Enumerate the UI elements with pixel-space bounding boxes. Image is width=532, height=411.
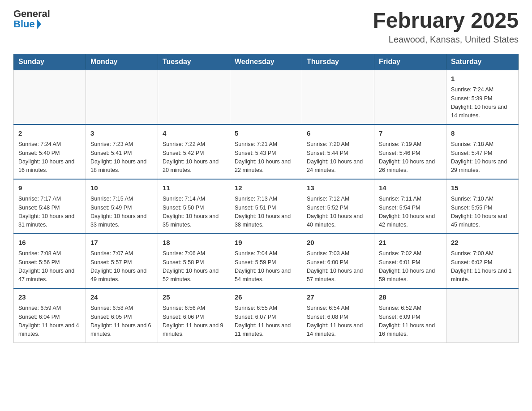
weekday-header-wednesday: Wednesday bbox=[230, 54, 302, 70]
weekday-header-thursday: Thursday bbox=[302, 54, 374, 70]
weekday-header-saturday: Saturday bbox=[446, 54, 519, 70]
day-info: Sunrise: 7:17 AMSunset: 5:48 PMDaylight:… bbox=[18, 195, 81, 230]
weekday-header-sunday: Sunday bbox=[14, 54, 86, 70]
day-info: Sunrise: 7:00 AMSunset: 6:02 PMDaylight:… bbox=[451, 249, 514, 284]
calendar-cell: 13Sunrise: 7:12 AMSunset: 5:52 PMDayligh… bbox=[302, 179, 374, 234]
day-info: Sunrise: 7:14 AMSunset: 5:50 PMDaylight:… bbox=[163, 195, 225, 230]
calendar-week-3: 16Sunrise: 7:08 AMSunset: 5:56 PMDayligh… bbox=[14, 234, 519, 288]
calendar-cell: 28Sunrise: 6:52 AMSunset: 6:09 PMDayligh… bbox=[374, 288, 446, 343]
day-number: 27 bbox=[307, 292, 369, 303]
calendar-cell: 24Sunrise: 6:58 AMSunset: 6:05 PMDayligh… bbox=[86, 288, 158, 343]
calendar-cell: 5Sunrise: 7:21 AMSunset: 5:43 PMDaylight… bbox=[230, 124, 302, 179]
day-info: Sunrise: 7:06 AMSunset: 5:58 PMDaylight:… bbox=[163, 249, 225, 284]
day-info: Sunrise: 7:08 AMSunset: 5:56 PMDaylight:… bbox=[18, 249, 81, 284]
calendar-table: SundayMondayTuesdayWednesdayThursdayFrid… bbox=[13, 54, 519, 343]
day-info: Sunrise: 7:13 AMSunset: 5:51 PMDaylight:… bbox=[235, 195, 297, 230]
day-info: Sunrise: 6:54 AMSunset: 6:08 PMDaylight:… bbox=[307, 304, 369, 339]
logo-triangle-icon bbox=[37, 19, 41, 30]
calendar-cell: 4Sunrise: 7:22 AMSunset: 5:42 PMDaylight… bbox=[158, 124, 230, 179]
day-number: 16 bbox=[18, 238, 81, 248]
day-number: 23 bbox=[18, 292, 81, 303]
day-info: Sunrise: 7:24 AMSunset: 5:40 PMDaylight:… bbox=[18, 140, 81, 175]
day-number: 4 bbox=[163, 128, 225, 139]
calendar-week-1: 2Sunrise: 7:24 AMSunset: 5:40 PMDaylight… bbox=[14, 124, 519, 179]
calendar-cell bbox=[86, 70, 158, 124]
page-header: General Blue February 2025 Leawood, Kans… bbox=[13, 9, 519, 45]
day-number: 11 bbox=[163, 183, 225, 193]
calendar-cell: 15Sunrise: 7:10 AMSunset: 5:55 PMDayligh… bbox=[446, 179, 519, 234]
location-label: Leawood, Kansas, United States bbox=[373, 34, 519, 45]
calendar-cell: 9Sunrise: 7:17 AMSunset: 5:48 PMDaylight… bbox=[14, 179, 86, 234]
calendar-cell: 22Sunrise: 7:00 AMSunset: 6:02 PMDayligh… bbox=[446, 234, 519, 288]
day-number: 2 bbox=[18, 128, 81, 139]
logo-general-text: General bbox=[13, 9, 50, 19]
day-number: 24 bbox=[90, 292, 153, 303]
calendar-cell: 25Sunrise: 6:56 AMSunset: 6:06 PMDayligh… bbox=[158, 288, 230, 343]
day-info: Sunrise: 7:04 AMSunset: 5:59 PMDaylight:… bbox=[235, 249, 297, 284]
day-info: Sunrise: 7:19 AMSunset: 5:46 PMDaylight:… bbox=[379, 140, 442, 175]
calendar-cell: 1Sunrise: 7:24 AMSunset: 5:39 PMDaylight… bbox=[446, 70, 519, 124]
day-number: 5 bbox=[235, 128, 297, 139]
day-info: Sunrise: 6:55 AMSunset: 6:07 PMDaylight:… bbox=[235, 304, 297, 339]
day-info: Sunrise: 7:11 AMSunset: 5:54 PMDaylight:… bbox=[379, 195, 442, 230]
calendar-cell: 27Sunrise: 6:54 AMSunset: 6:08 PMDayligh… bbox=[302, 288, 374, 343]
calendar-cell: 3Sunrise: 7:23 AMSunset: 5:41 PMDaylight… bbox=[86, 124, 158, 179]
logo: General Blue bbox=[13, 9, 50, 30]
calendar-cell bbox=[374, 70, 446, 124]
day-info: Sunrise: 7:20 AMSunset: 5:44 PMDaylight:… bbox=[307, 140, 369, 175]
day-number: 18 bbox=[163, 238, 225, 248]
calendar-cell: 19Sunrise: 7:04 AMSunset: 5:59 PMDayligh… bbox=[230, 234, 302, 288]
day-number: 20 bbox=[307, 238, 369, 248]
day-number: 13 bbox=[307, 183, 369, 193]
day-number: 1 bbox=[451, 74, 514, 84]
calendar-cell: 11Sunrise: 7:14 AMSunset: 5:50 PMDayligh… bbox=[158, 179, 230, 234]
day-number: 17 bbox=[90, 238, 153, 248]
day-info: Sunrise: 7:12 AMSunset: 5:52 PMDaylight:… bbox=[307, 195, 369, 230]
calendar-cell: 21Sunrise: 7:02 AMSunset: 6:01 PMDayligh… bbox=[374, 234, 446, 288]
day-info: Sunrise: 7:07 AMSunset: 5:57 PMDaylight:… bbox=[90, 249, 153, 284]
day-number: 10 bbox=[90, 183, 153, 193]
day-info: Sunrise: 7:15 AMSunset: 5:49 PMDaylight:… bbox=[90, 195, 153, 230]
calendar-header: SundayMondayTuesdayWednesdayThursdayFrid… bbox=[14, 54, 519, 70]
day-number: 9 bbox=[18, 183, 81, 193]
day-number: 7 bbox=[379, 128, 442, 139]
day-info: Sunrise: 7:21 AMSunset: 5:43 PMDaylight:… bbox=[235, 140, 297, 175]
day-number: 8 bbox=[451, 128, 514, 139]
day-info: Sunrise: 6:56 AMSunset: 6:06 PMDaylight:… bbox=[163, 304, 225, 339]
calendar-week-4: 23Sunrise: 6:59 AMSunset: 6:04 PMDayligh… bbox=[14, 288, 519, 343]
calendar-cell: 17Sunrise: 7:07 AMSunset: 5:57 PMDayligh… bbox=[86, 234, 158, 288]
day-info: Sunrise: 6:58 AMSunset: 6:05 PMDaylight:… bbox=[90, 304, 153, 339]
calendar-cell: 18Sunrise: 7:06 AMSunset: 5:58 PMDayligh… bbox=[158, 234, 230, 288]
day-number: 12 bbox=[235, 183, 297, 193]
title-block: February 2025 Leawood, Kansas, United St… bbox=[373, 9, 519, 45]
calendar-week-0: 1Sunrise: 7:24 AMSunset: 5:39 PMDaylight… bbox=[14, 70, 519, 124]
day-info: Sunrise: 7:23 AMSunset: 5:41 PMDaylight:… bbox=[90, 140, 153, 175]
weekday-header-monday: Monday bbox=[86, 54, 158, 70]
calendar-cell bbox=[230, 70, 302, 124]
day-number: 21 bbox=[379, 238, 442, 248]
day-info: Sunrise: 6:59 AMSunset: 6:04 PMDaylight:… bbox=[18, 304, 81, 339]
calendar-cell: 12Sunrise: 7:13 AMSunset: 5:51 PMDayligh… bbox=[230, 179, 302, 234]
month-title: February 2025 bbox=[373, 9, 519, 33]
calendar-cell bbox=[446, 288, 519, 343]
day-number: 26 bbox=[235, 292, 297, 303]
logo-blue-text: Blue bbox=[13, 19, 41, 30]
day-number: 15 bbox=[451, 183, 514, 193]
day-info: Sunrise: 7:22 AMSunset: 5:42 PMDaylight:… bbox=[163, 140, 225, 175]
day-number: 19 bbox=[235, 238, 297, 248]
calendar-cell bbox=[158, 70, 230, 124]
calendar-cell: 8Sunrise: 7:18 AMSunset: 5:47 PMDaylight… bbox=[446, 124, 519, 179]
calendar-cell bbox=[302, 70, 374, 124]
day-info: Sunrise: 7:18 AMSunset: 5:47 PMDaylight:… bbox=[451, 140, 514, 175]
calendar-cell: 7Sunrise: 7:19 AMSunset: 5:46 PMDaylight… bbox=[374, 124, 446, 179]
calendar-cell: 2Sunrise: 7:24 AMSunset: 5:40 PMDaylight… bbox=[14, 124, 86, 179]
logo-blue-row: Blue bbox=[13, 19, 41, 30]
day-number: 25 bbox=[163, 292, 225, 303]
day-number: 6 bbox=[307, 128, 369, 139]
day-number: 14 bbox=[379, 183, 442, 193]
calendar-cell: 20Sunrise: 7:03 AMSunset: 6:00 PMDayligh… bbox=[302, 234, 374, 288]
weekday-header-tuesday: Tuesday bbox=[158, 54, 230, 70]
weekday-header-friday: Friday bbox=[374, 54, 446, 70]
day-info: Sunrise: 7:02 AMSunset: 6:01 PMDaylight:… bbox=[379, 249, 442, 284]
calendar-week-2: 9Sunrise: 7:17 AMSunset: 5:48 PMDaylight… bbox=[14, 179, 519, 234]
